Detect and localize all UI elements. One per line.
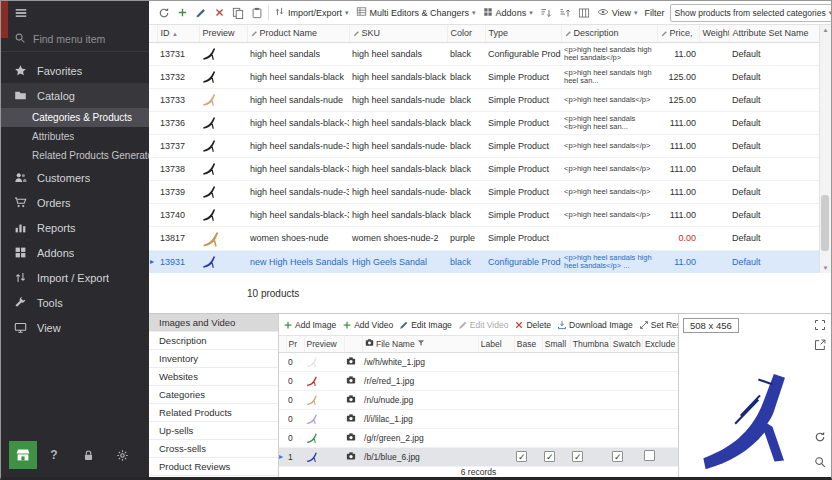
sidebar-item-view[interactable]: View xyxy=(1,315,149,340)
product-row-13931[interactable]: ▸13931new High Heels SandalsHigh Geels S… xyxy=(149,250,819,273)
edit-product-button[interactable] xyxy=(193,6,209,20)
sidebar-item-customers[interactable]: Customers xyxy=(1,165,149,190)
gear-icon[interactable] xyxy=(105,449,139,462)
tab-related-products[interactable]: Related Products xyxy=(149,404,278,422)
tab-images-and-video[interactable]: Images and Video xyxy=(149,314,278,332)
copy-button[interactable] xyxy=(230,6,246,20)
sidebar-search[interactable]: Find menu item xyxy=(1,27,149,52)
col-swatch[interactable]: Swatch xyxy=(610,336,642,352)
col-position[interactable]: Pr xyxy=(286,336,304,352)
product-row-13817[interactable]: 13817women shoes-nudewomen shoes-nude-2p… xyxy=(149,226,819,250)
reports-icon xyxy=(14,221,28,235)
product-row-13736[interactable]: 13736high heel sandals-black-36high heel… xyxy=(149,111,819,134)
product-row-13733[interactable]: 13733high heel sandals-nudehigh heel san… xyxy=(149,88,819,111)
col-description[interactable]: Description xyxy=(561,25,657,42)
refresh-button[interactable] xyxy=(156,6,172,20)
exclude-checkbox[interactable] xyxy=(644,450,655,461)
tab-product-reviews[interactable]: Product Reviews xyxy=(149,458,278,476)
import-export-menu[interactable]: Import/Export▾ xyxy=(272,5,351,20)
col-price[interactable]: Price, xyxy=(657,25,699,42)
col-weight[interactable]: Weight xyxy=(699,25,729,42)
columns-button[interactable] xyxy=(576,6,592,20)
delete-button[interactable]: Delete xyxy=(514,320,551,330)
image-row-b-1-blue-6-jpg[interactable]: ▸1/b/1/blue_6.jpg✓✓✓✓ xyxy=(279,447,678,466)
col-sku[interactable]: SKU xyxy=(349,25,447,42)
product-row-13731[interactable]: 13731high heel sandalshigh heel sandalsb… xyxy=(149,42,819,65)
rotate-icon[interactable] xyxy=(814,431,826,443)
swatch-checkbox[interactable]: ✓ xyxy=(612,451,623,462)
product-row-13732[interactable]: 13732high heel sandals-blackhigh heel sa… xyxy=(149,65,819,88)
delete-product-button[interactable] xyxy=(212,6,227,19)
col-product-name[interactable]: Product Name xyxy=(247,25,349,42)
small-checkbox[interactable]: ✓ xyxy=(544,451,555,462)
multi-editors-menu[interactable]: Multi Editors & Changers▾ xyxy=(354,5,478,20)
tab-cross-sells[interactable]: Cross-sells xyxy=(149,440,278,458)
sidebar-item-orders[interactable]: Orders xyxy=(1,190,149,215)
image-row-n-u-nude-jpg[interactable]: 0/n/u/nude.jpg xyxy=(279,390,678,409)
col-file-name[interactable]: File Name xyxy=(362,336,478,352)
help-icon[interactable]: ? xyxy=(37,448,71,462)
sidebar-item-tools[interactable]: Tools xyxy=(1,290,149,315)
set-resize-rule-button[interactable]: Set Resize Rule xyxy=(639,320,678,330)
tab-description[interactable]: Description xyxy=(149,332,278,350)
product-row-13738[interactable]: 13738high heel sandals-black-37high heel… xyxy=(149,157,819,180)
add-image-button[interactable]: Add Image xyxy=(283,320,336,330)
tab-websites[interactable]: Websites xyxy=(149,368,278,386)
category-filter-select[interactable]: Show products from selected categories ▾ xyxy=(670,4,831,22)
add-product-button[interactable] xyxy=(175,6,190,19)
sort-descending-button[interactable] xyxy=(557,6,573,20)
sidebar-item-addons[interactable]: Addons xyxy=(1,240,149,265)
image-row-w-h-white-1-jpg[interactable]: 0/w/h/white_1.jpg xyxy=(279,352,678,371)
paste-button[interactable] xyxy=(249,6,265,20)
edit-image-button[interactable]: Edit Image xyxy=(399,320,452,330)
sidebar-item-favorites[interactable]: Favorites xyxy=(1,58,149,83)
sidebar-item-reports[interactable]: Reports xyxy=(1,215,149,240)
col-exclude[interactable]: Exclude xyxy=(642,336,677,352)
product-row-13739[interactable]: 13739high heel sandals-nude-37high heel … xyxy=(149,180,819,203)
image-row-g-r-green-2-jpg[interactable]: 0/g/r/green_2.jpg xyxy=(279,428,678,447)
col-image-type[interactable] xyxy=(344,336,362,352)
open-external-icon[interactable] xyxy=(814,339,826,351)
zoom-icon[interactable] xyxy=(814,456,826,468)
addons-menu[interactable]: Addons▾ xyxy=(481,6,535,20)
col-preview[interactable]: Preview xyxy=(199,25,247,42)
product-row-13737[interactable]: 13737high heel sandals-nude-36high heel … xyxy=(149,134,819,157)
thumbnail-checkbox[interactable]: ✓ xyxy=(572,451,583,462)
lock-icon[interactable] xyxy=(71,449,105,462)
col-preview[interactable]: Preview xyxy=(304,336,344,352)
col-thumbnail[interactable]: Thumbna xyxy=(570,336,610,352)
col-row-marker[interactable] xyxy=(149,25,157,42)
sidebar-item-attributes[interactable]: Attributes xyxy=(1,127,149,146)
sort-ascending-button[interactable] xyxy=(538,6,554,20)
image-row-r-e-red-1-jpg[interactable]: 0/r/e/red_1.jpg xyxy=(279,371,678,390)
view-menu[interactable]: View▾ xyxy=(595,5,640,21)
sidebar-item-catalog[interactable]: Catalog xyxy=(1,83,149,108)
base-checkbox[interactable]: ✓ xyxy=(516,451,527,462)
sidebar-item-related-products-generator[interactable]: Related Products Generator xyxy=(1,146,149,165)
sidebar-item-categories-products[interactable]: Categories & Products xyxy=(1,108,149,127)
fullscreen-icon[interactable] xyxy=(814,319,826,331)
col-type[interactable]: Type xyxy=(485,25,561,42)
product-thumbnail xyxy=(199,157,247,180)
col-color[interactable]: Color xyxy=(447,25,485,42)
col-small[interactable]: Small xyxy=(542,336,570,352)
store-icon[interactable] xyxy=(9,441,37,469)
edit-video-button[interactable]: Edit Video xyxy=(458,320,509,330)
image-row-l-i-lilac-1-jpg[interactable]: 0/l/i/lilac_1.jpg xyxy=(279,409,678,428)
col-attribute-set[interactable]: Attribute Set Name xyxy=(729,25,819,42)
scroll-up-icon[interactable]: ▲ xyxy=(823,27,829,33)
tab-up-sells[interactable]: Up-sells xyxy=(149,422,278,440)
col-id[interactable]: ID ▲ xyxy=(157,25,199,42)
product-row-13740[interactable]: 13740high heel sandals-black-38high heel… xyxy=(149,203,819,226)
download-image-button[interactable]: Download Image xyxy=(557,320,633,330)
scrollbar-thumb[interactable] xyxy=(821,195,829,251)
col-base[interactable]: Base xyxy=(514,336,542,352)
tab-inventory[interactable]: Inventory xyxy=(149,350,278,368)
col-row-marker[interactable] xyxy=(279,336,286,352)
col-label[interactable]: Label xyxy=(478,336,514,352)
tab-categories[interactable]: Categories xyxy=(149,386,278,404)
sidebar-item-import-export[interactable]: Import / Export xyxy=(1,265,149,290)
add-video-button[interactable]: Add Video xyxy=(342,320,393,330)
scroll-down-icon[interactable]: ▼ xyxy=(823,265,829,271)
hamburger-menu-icon[interactable] xyxy=(14,6,28,22)
